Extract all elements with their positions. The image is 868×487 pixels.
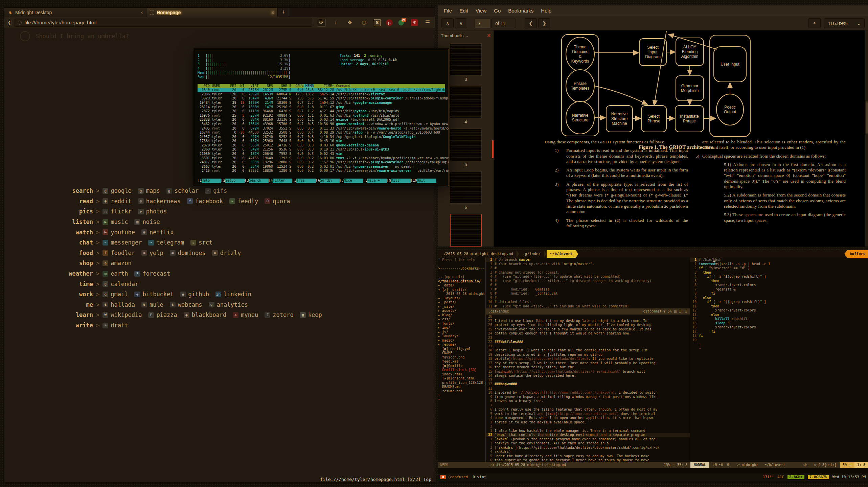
nerdtree-item[interactable]: profile_icon_128x128.png bbox=[438, 381, 485, 385]
link-amazon[interactable]: aamazon bbox=[102, 260, 131, 266]
process-row[interactable]: 3501 tyler 20 0 42156 19640 1292 S 0.0 0… bbox=[198, 156, 445, 161]
htop-fkey-f1[interactable]: F1Help bbox=[198, 179, 221, 183]
history-back-button[interactable]: ❮ bbox=[525, 18, 537, 28]
link-hackernews[interactable]: ◍hackernews bbox=[138, 198, 181, 205]
tab-counter-badge[interactable]: 21 bbox=[398, 19, 406, 26]
link-noise[interactable]: ▦noise bbox=[134, 218, 160, 225]
link-photos[interactable]: ❖photos bbox=[138, 208, 167, 215]
process-row[interactable]: 16744 root 0 -20 44800 32532 3508 S 0.0 … bbox=[198, 131, 445, 135]
link-webcams[interactable]: ♞webcams bbox=[170, 301, 202, 308]
process-row[interactable]: 19484 tyler 39 19 1670M 214M 18300 S 0.7… bbox=[198, 101, 445, 105]
vim-command-line[interactable] bbox=[438, 468, 868, 473]
htop-fkey-f5[interactable]: F5Tree bbox=[292, 179, 316, 183]
nerdtree-item[interactable]: ▸ css/ bbox=[438, 317, 485, 322]
nerdtree-item[interactable]: index.html bbox=[438, 372, 485, 377]
new-tab-button[interactable]: + bbox=[278, 8, 289, 17]
nerdtree-item[interactable] bbox=[438, 262, 485, 267]
nerdtree-item[interactable]: Gemfile.lock [RO] bbox=[438, 368, 485, 372]
script-pane[interactable]: 1#!/bin/bash1inverted=$(xcalib -a -p | h… bbox=[690, 258, 868, 462]
nerdtree-item[interactable]: [●]_config.yml bbox=[438, 347, 485, 351]
menu-bookmarks[interactable]: Bookmarks bbox=[504, 8, 537, 14]
git-commit-pane[interactable]: 1# On branch master1# Your branch is up-… bbox=[486, 258, 690, 308]
nerdtree-item[interactable]: .. (up a dir) bbox=[438, 275, 485, 279]
nerdtree-item[interactable]: ▸ fonts/ bbox=[438, 322, 485, 326]
page-thumbnail-6[interactable] bbox=[450, 171, 482, 204]
tab-close-icon[interactable]: x bbox=[272, 10, 274, 15]
link-gifs[interactable]: ❐gifs bbox=[205, 187, 227, 194]
vim-tab-3[interactable]: ~/b/invert bbox=[547, 250, 576, 258]
process-row[interactable]: 21050 tyler 20 0 182M 20648 7552 S 0.0 0… bbox=[198, 152, 445, 156]
browser-tab[interactable]: Homepagex bbox=[146, 8, 278, 17]
link-linkedin[interactable]: inlinkedin bbox=[215, 291, 251, 298]
process-row[interactable]: 2986 tyler 20 0 7692M 1453M 60864 R 12.5… bbox=[198, 92, 445, 97]
page-thumbnail-4[interactable] bbox=[450, 86, 482, 118]
link-myneu[interactable]: ❉myneu bbox=[233, 311, 258, 318]
nerdtree-item[interactable]: [●]Gemfile bbox=[438, 364, 485, 368]
vim-tab-2[interactable]: .g/index bbox=[519, 250, 544, 258]
nerdtree-item[interactable]: </thallada.github.io/ bbox=[438, 279, 485, 284]
link-netflix[interactable]: ◉netflix bbox=[141, 229, 174, 236]
htop-fkey-f3[interactable]: F3Search bbox=[245, 179, 269, 183]
htop-fkey-f7[interactable]: F7Nice - bbox=[340, 179, 363, 183]
pdf-scrollbar[interactable] bbox=[865, 30, 868, 247]
nerdtree-item[interactable]: ▸ magic/ bbox=[438, 339, 485, 343]
nerdtree-item[interactable]: ▸ img/ bbox=[438, 326, 485, 330]
page-up-button[interactable]: ∧ bbox=[441, 18, 454, 28]
nerdtree-item[interactable]: ▸ assets/ bbox=[438, 309, 485, 313]
link-facebook[interactable]: ffacebook bbox=[187, 198, 223, 205]
nerdtree-item[interactable] bbox=[438, 271, 485, 275]
process-row[interactable]: 1340 root 20 0 2375M 2012M 275M S 0.0 25… bbox=[198, 88, 445, 92]
link-keep[interactable]: ▦keep bbox=[300, 311, 322, 318]
nerdtree-item[interactable]: >----------Bookmarks---------- bbox=[438, 266, 485, 271]
nerdtree-item[interactable]: ▸ _layouts/ bbox=[438, 296, 485, 301]
menu-go[interactable]: Go bbox=[490, 8, 504, 14]
link-mule[interactable]: ♞mule bbox=[141, 301, 163, 308]
link-gmail[interactable]: ggmail bbox=[102, 291, 128, 298]
page-thumbnail-3[interactable] bbox=[450, 43, 482, 76]
download-icon[interactable]: ↓ bbox=[331, 19, 340, 27]
link-telegram[interactable]: ➤telegram bbox=[148, 239, 184, 246]
htop-fkey-f4[interactable]: F4Filter bbox=[269, 179, 292, 183]
nerdtree-item[interactable]: ▸ laundry/ bbox=[438, 334, 485, 339]
reload-icon[interactable]: ⟳ bbox=[317, 19, 326, 27]
link-hallada[interactable]: ♞hallada bbox=[102, 301, 135, 308]
nerdtree-pane[interactable]: " Press ? for help >----------Bookmarks-… bbox=[438, 258, 485, 462]
nerdtree-item[interactable]: ▸ _data/ bbox=[438, 283, 485, 288]
htop-process-table[interactable]: PID USER PRI NI VIRT RES SHR S CPU% MEM%… bbox=[198, 84, 445, 173]
vim-tab-1[interactable]: _/2015-05-28-midnight-desktop.md bbox=[438, 250, 517, 258]
menu-edit[interactable]: Edit bbox=[456, 8, 472, 14]
sidebar-mode-select[interactable]: Thumbnails bbox=[441, 33, 463, 38]
link-zotero[interactable]: Zzotero bbox=[265, 311, 293, 318]
process-row[interactable]: 2870 tyler 20 0 856M 25012 14716 S 0.0 0… bbox=[198, 143, 445, 148]
page-thumbnail-5[interactable] bbox=[450, 129, 482, 161]
process-row[interactable]: 17664 tyler 20 0 187M 25960 7648 S 0.0 0… bbox=[198, 139, 445, 143]
process-row[interactable]: 2872 tyler 20 0 1115M 96468 6420 S 0.7 1… bbox=[198, 109, 445, 114]
tab-close-icon[interactable]: x bbox=[141, 10, 143, 15]
link-quora[interactable]: Qquora bbox=[265, 198, 290, 205]
nerdtree-item[interactable]: favicon.png bbox=[438, 355, 485, 360]
htop-fkey-f8[interactable]: F8Nice + bbox=[363, 179, 387, 183]
link-blackboard[interactable]: ◉blackboard bbox=[184, 311, 226, 318]
link-forecast[interactable]: Fforecast bbox=[134, 270, 170, 277]
nerdtree-item[interactable]: ▸ _site/ bbox=[438, 305, 485, 309]
link-maps[interactable]: gmaps bbox=[138, 187, 160, 194]
close-sidebar-icon[interactable]: ✕ bbox=[487, 33, 491, 38]
menu-file[interactable]: File bbox=[440, 8, 456, 14]
nerdtree-item[interactable]: ▾ [✗] _drafts/ bbox=[438, 288, 485, 292]
extension-puzzle-icon[interactable]: ❖ bbox=[345, 19, 354, 27]
link-draft[interactable]: ✎draft bbox=[102, 322, 128, 329]
s-extension-icon[interactable]: S bbox=[374, 19, 381, 26]
process-row[interactable]: 28114 tyler 20 0 1380M 147M 25196 S 0.0 … bbox=[198, 105, 445, 110]
link-calendar[interactable]: gcalendar bbox=[102, 281, 138, 287]
link-dominoes[interactable]: ◉dominoes bbox=[170, 250, 206, 256]
history-clock-icon[interactable]: ◷ bbox=[360, 19, 368, 27]
nerdtree-item[interactable]: ▸ _posts/ bbox=[438, 300, 485, 305]
sidebar-scrollbar[interactable] bbox=[492, 140, 494, 158]
nerdtree-item[interactable]: ▸ blog/ bbox=[438, 313, 485, 318]
tmux-window-label[interactable]: 0:vim* bbox=[473, 475, 486, 480]
history-forward-button[interactable]: ❯ bbox=[538, 18, 550, 28]
link-wikipedia[interactable]: Wwikipedia bbox=[102, 311, 142, 318]
process-row[interactable]: 8667 tyler 20 0 554M 19060 12524 S 0.0 0… bbox=[198, 165, 445, 169]
nerdtree-item[interactable]: CNAME bbox=[438, 351, 485, 355]
nerdtree-item[interactable]: ▸ js/ bbox=[438, 330, 485, 334]
